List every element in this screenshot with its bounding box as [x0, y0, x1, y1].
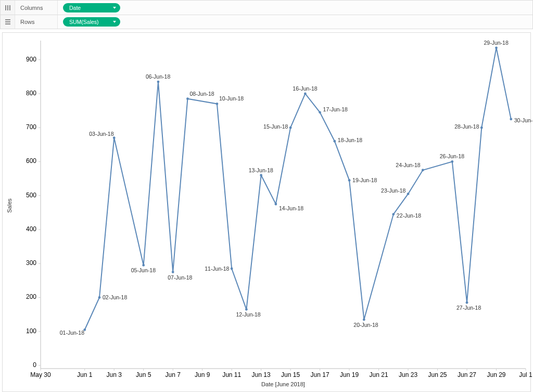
columns-pill-date[interactable]: Date [63, 3, 120, 12]
data-label: 30-Jun-18 [514, 117, 533, 123]
x-tick-label: Jun 5 [136, 371, 151, 378]
data-label: 10-Jun-18 [219, 95, 244, 102]
data-label: 01-Jun-18 [60, 330, 84, 336]
data-point[interactable] [480, 127, 483, 129]
data-point[interactable] [157, 81, 160, 83]
x-tick-label: Jun 23 [399, 371, 417, 378]
data-point[interactable] [333, 140, 336, 143]
data-label: 29-Jun-18 [484, 40, 509, 46]
y-tick-label: 300 [26, 259, 36, 267]
x-tick-label: Jun 7 [166, 371, 181, 378]
x-tick-label: Jun 15 [281, 371, 300, 378]
x-tick-label: Jul 1 [519, 371, 532, 378]
data-point[interactable] [260, 174, 262, 176]
data-label: 03-Jun-18 [89, 131, 113, 137]
data-label: 16-Jun-18 [293, 85, 317, 92]
data-point[interactable] [495, 46, 498, 49]
x-tick-label: Jun 19 [340, 371, 359, 378]
data-label: 18-Jun-18 [338, 137, 362, 143]
data-label: 26-Jun-18 [440, 153, 464, 159]
svg-rect-4 [5, 21, 10, 22]
y-tick-label: 200 [26, 293, 36, 300]
x-tick-label: Jun 13 [252, 371, 271, 378]
data-point[interactable] [186, 97, 189, 100]
y-tick-label: 500 [26, 192, 36, 199]
y-tick-label: 600 [26, 157, 36, 165]
data-point[interactable] [304, 92, 307, 95]
data-point[interactable] [319, 111, 321, 113]
data-label: 05-Jun-18 [131, 267, 156, 273]
y-tick-label: 800 [26, 90, 36, 97]
data-point[interactable] [289, 127, 292, 129]
rows-pill-sum-sales[interactable]: SUM(Sales) [63, 17, 120, 27]
data-point[interactable] [466, 301, 468, 304]
data-label: 06-Jun-18 [146, 73, 170, 80]
y-tick-label: 900 [26, 56, 36, 63]
data-point[interactable] [231, 268, 233, 270]
data-point[interactable] [142, 264, 145, 267]
data-point[interactable] [422, 169, 424, 171]
svg-rect-0 [5, 5, 6, 10]
data-point[interactable] [172, 271, 174, 273]
data-point[interactable] [451, 160, 453, 163]
x-tick-label: Jun 11 [222, 371, 241, 378]
line-chart[interactable]: 0100200300400500600700800900SalesMay 30J… [0, 29, 533, 392]
svg-rect-1 [7, 5, 8, 10]
data-label: 11-Jun-18 [205, 265, 229, 272]
data-label: 22-Jun-18 [397, 212, 421, 219]
data-label: 07-Jun-18 [168, 274, 192, 281]
data-label: 08-Jun-18 [189, 91, 214, 97]
data-point[interactable] [98, 296, 101, 299]
columns-shelf[interactable]: Columns Date [0, 0, 533, 15]
x-tick-label: Jun 9 [195, 371, 210, 378]
data-point[interactable] [113, 136, 116, 139]
data-label: 20-Jun-18 [353, 322, 378, 328]
y-tick-label: 400 [26, 225, 36, 233]
y-axis-label: Sales [6, 198, 12, 213]
x-tick-label: Jun 17 [311, 371, 329, 378]
data-label: 12-Jun-18 [236, 311, 260, 318]
svg-rect-5 [5, 23, 10, 24]
data-point[interactable] [407, 193, 410, 195]
svg-rect-2 [9, 5, 10, 10]
y-tick-label: 100 [26, 327, 36, 335]
y-tick-label: 0 [33, 361, 36, 369]
columns-icon [1, 1, 15, 15]
y-tick-label: 700 [26, 123, 36, 131]
x-tick-label: Jun 27 [458, 371, 476, 378]
columns-label: Columns [15, 1, 58, 15]
x-tick-label: Jun 1 [77, 371, 93, 378]
rows-icon [1, 15, 15, 29]
data-label: 15-Jun-18 [263, 123, 288, 130]
data-point[interactable] [510, 118, 512, 120]
columns-track[interactable]: Date [58, 1, 532, 15]
x-tick-label: Jun 25 [428, 371, 447, 378]
data-label: 23-Jun-18 [381, 187, 405, 194]
chart-viewport[interactable]: 0100200300400500600700800900SalesMay 30J… [0, 29, 533, 392]
x-axis-label: Date [June 2018] [261, 381, 305, 387]
data-label: 27-Jun-18 [456, 305, 481, 311]
x-tick-label: Jun 3 [107, 371, 122, 378]
x-tick-label: May 30 [30, 371, 51, 378]
rows-track[interactable]: SUM(Sales) [58, 15, 532, 29]
shelves: Columns Date Rows SUM(Sales) [0, 0, 533, 29]
data-point[interactable] [363, 318, 365, 321]
rows-label: Rows [15, 15, 58, 29]
data-point[interactable] [216, 103, 219, 105]
data-label: 13-Jun-18 [249, 167, 273, 173]
data-point[interactable] [348, 179, 351, 182]
x-tick-label: Jun 29 [487, 371, 505, 378]
data-point[interactable] [245, 308, 248, 311]
data-label: 24-Jun-18 [396, 162, 420, 168]
data-label: 14-Jun-18 [279, 205, 303, 211]
data-label: 19-Jun-18 [352, 177, 377, 183]
data-point[interactable] [274, 203, 277, 206]
data-label: 02-Jun-18 [103, 294, 127, 300]
data-label: 17-Jun-18 [323, 106, 348, 112]
svg-rect-3 [5, 19, 10, 20]
data-label: 28-Jun-18 [454, 123, 479, 130]
data-point[interactable] [392, 213, 395, 216]
x-tick-label: Jun 21 [370, 371, 388, 378]
rows-shelf[interactable]: Rows SUM(Sales) [0, 15, 533, 29]
